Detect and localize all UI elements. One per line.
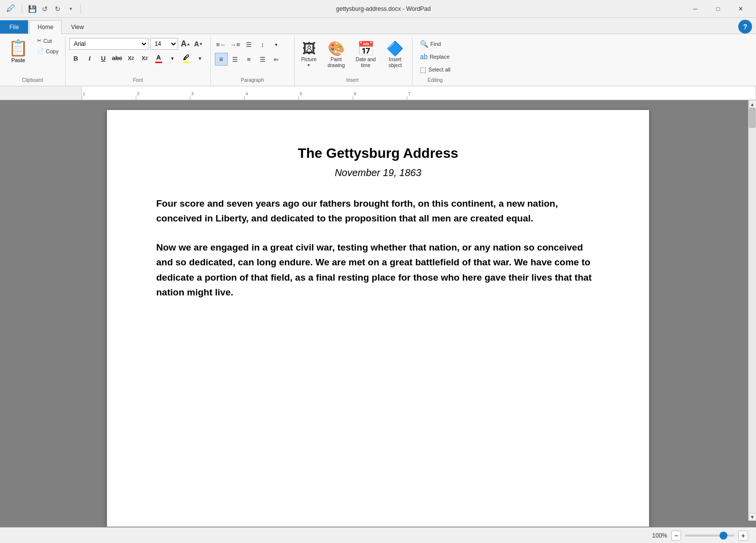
clipboard-group: 📋 Paste ✂ Cut 📄 Copy bbox=[2, 36, 66, 86]
document-scroll[interactable]: The Gettysburg Address November 19, 1863… bbox=[0, 100, 756, 537]
zoom-thumb[interactable] bbox=[720, 532, 727, 540]
help-button[interactable]: ? bbox=[738, 20, 752, 34]
insert-group: 🖼 Picture ▾ 🎨 Paintdrawing 📅 Date andtim… bbox=[295, 36, 413, 86]
title-bar: 🖊 💾 ↺ ↻ ▾ gettysburg-address.docx - Word… bbox=[0, 0, 756, 18]
zoom-slider[interactable] bbox=[685, 535, 734, 537]
ribbon: File Home View ? 📋 Paste ✂ Cut bbox=[0, 18, 756, 86]
datetime-button[interactable]: 📅 Date andtime bbox=[351, 38, 380, 71]
font-label-row: Font bbox=[69, 75, 206, 84]
picture-dropdown[interactable]: ▾ bbox=[308, 63, 310, 68]
font-size-select[interactable]: 14 10 12 16 18 bbox=[150, 38, 178, 50]
bold-button[interactable]: B bbox=[69, 52, 82, 65]
paste-button[interactable]: 📋 Paste bbox=[4, 36, 33, 66]
underline-button[interactable]: U bbox=[97, 52, 110, 65]
document-paragraph-1[interactable]: Four score and seven years ago our fathe… bbox=[156, 196, 600, 226]
copy-button[interactable]: 📄 Copy bbox=[34, 46, 61, 56]
cut-icon: ✂ bbox=[37, 37, 41, 44]
quick-access-toolbar: 🖊 💾 ↺ ↻ ▾ bbox=[4, 2, 83, 16]
replace-button[interactable]: ab Replace bbox=[416, 51, 454, 63]
font-size-buttons: A▲ A▼ bbox=[180, 38, 205, 50]
tab-home[interactable]: Home bbox=[29, 20, 62, 34]
highlight-dropdown[interactable]: ▾ bbox=[194, 52, 206, 65]
find-icon: 🔍 bbox=[420, 40, 428, 48]
document-title: The Gettysburg Address bbox=[156, 145, 600, 161]
picture-label: Picture bbox=[301, 57, 316, 63]
close-button[interactable]: ✕ bbox=[729, 0, 752, 18]
select-all-icon: ⬚ bbox=[420, 66, 426, 73]
align-center-button[interactable]: ☰ bbox=[229, 53, 241, 66]
svg-text:1: 1 bbox=[83, 91, 85, 96]
paint-button[interactable]: 🎨 Paintdrawing bbox=[323, 38, 349, 71]
para-row1: ≡← →≡ ☰ ↕ ▾ bbox=[215, 38, 290, 51]
font-grow-button[interactable]: A▲ bbox=[180, 38, 192, 50]
font-shrink-button[interactable]: A▼ bbox=[193, 38, 205, 50]
scroll-up-arrow[interactable]: ▲ bbox=[749, 100, 756, 108]
insert-object-button[interactable]: 🔷 Insertobject bbox=[382, 38, 408, 71]
cut-button[interactable]: ✂ Cut bbox=[34, 36, 61, 45]
zoom-in-button[interactable]: + bbox=[738, 531, 748, 541]
editing-group-label: Editing bbox=[428, 76, 443, 84]
quick-access-buttons: 💾 ↺ ↻ ▾ bbox=[26, 3, 76, 15]
document-paragraph-2[interactable]: Now we are engaged in a great civil war,… bbox=[156, 240, 600, 300]
vertical-scrollbar[interactable]: ▲ ▼ bbox=[748, 100, 756, 521]
insert-label-row: Insert bbox=[297, 75, 409, 84]
font-color-button[interactable]: A bbox=[152, 52, 165, 65]
picture-button[interactable]: 🖼 Picture ▾ bbox=[297, 38, 321, 70]
strikethrough-button[interactable]: abc bbox=[111, 52, 124, 65]
quick-access-dropdown[interactable]: ▾ bbox=[65, 3, 76, 15]
increase-indent-button[interactable]: →≡ bbox=[229, 38, 241, 51]
editing-label-row: Editing bbox=[416, 75, 454, 84]
para-group-label: Paragraph bbox=[241, 76, 264, 84]
rtl-button[interactable]: ⇐ bbox=[270, 53, 283, 66]
bullets-button[interactable]: ☰ bbox=[242, 38, 255, 51]
find-button[interactable]: 🔍 Find bbox=[416, 38, 454, 50]
ruler-svg: 1 2 3 4 5 6 7 bbox=[82, 86, 756, 100]
svg-text:5: 5 bbox=[300, 91, 302, 96]
redo-button[interactable]: ↻ bbox=[52, 3, 64, 15]
select-all-button[interactable]: ⬚ Select all bbox=[416, 64, 454, 75]
line-spacing-dropdown[interactable]: ▾ bbox=[270, 38, 283, 51]
scroll-down-arrow[interactable]: ▼ bbox=[749, 513, 756, 521]
align-left-button[interactable]: ≡ bbox=[215, 53, 228, 66]
datetime-label: Date andtime bbox=[356, 57, 376, 69]
document-area: The Gettysburg Address November 19, 1863… bbox=[0, 100, 756, 537]
font-row1: Arial Times New Roman Courier New 14 10 … bbox=[69, 38, 206, 50]
align-right-button[interactable]: ≡ bbox=[242, 53, 255, 66]
insert-object-label: Insertobject bbox=[388, 57, 402, 69]
font-row2: B I U abc X2 X2 A ▾ 🖊 ▾ bbox=[69, 52, 206, 65]
tab-view[interactable]: View bbox=[63, 20, 92, 34]
para-row2: ≡ ☰ ≡ ☰ ⇐ bbox=[215, 53, 290, 66]
editing-buttons: 🔍 Find ab Replace ⬚ Select all bbox=[416, 38, 454, 75]
highlight-bar bbox=[183, 62, 190, 63]
font-color-bar bbox=[155, 62, 162, 63]
italic-button[interactable]: I bbox=[83, 52, 96, 65]
superscript-button[interactable]: X2 bbox=[138, 52, 151, 65]
ruler-inner: 1 2 3 4 5 6 7 bbox=[81, 86, 756, 100]
svg-text:6: 6 bbox=[354, 91, 356, 96]
minimize-button[interactable]: ─ bbox=[684, 0, 707, 18]
paste-label: Paste bbox=[11, 57, 25, 63]
window-controls: ─ □ ✕ bbox=[684, 0, 752, 18]
font-family-select[interactable]: Arial Times New Roman Courier New bbox=[69, 38, 148, 50]
maximize-button[interactable]: □ bbox=[707, 0, 729, 18]
subscript-button[interactable]: X2 bbox=[125, 52, 137, 65]
decrease-indent-button[interactable]: ≡← bbox=[215, 38, 228, 51]
font-group: Arial Times New Roman Courier New 14 10 … bbox=[66, 36, 211, 86]
picture-icon: 🖼 bbox=[302, 40, 316, 57]
font-color-dropdown[interactable]: ▾ bbox=[166, 52, 179, 65]
ribbon-groups: 📋 Paste ✂ Cut 📄 Copy bbox=[2, 36, 754, 86]
highlight-button[interactable]: 🖊 bbox=[180, 52, 193, 65]
zoom-out-button[interactable]: − bbox=[671, 531, 681, 541]
line-spacing-button[interactable]: ↕ bbox=[256, 38, 269, 51]
justify-button[interactable]: ☰ bbox=[256, 53, 269, 66]
scroll-thumb[interactable] bbox=[749, 108, 756, 128]
undo-button[interactable]: ↺ bbox=[39, 3, 51, 15]
scroll-track[interactable] bbox=[749, 108, 756, 513]
clipboard-label-row: Clipboard bbox=[4, 75, 61, 84]
save-quick-button[interactable]: 💾 bbox=[26, 3, 38, 15]
insert-group-label: Insert bbox=[346, 76, 358, 84]
paint-icon: 🎨 bbox=[328, 40, 345, 57]
ribbon-tabs: File Home View ? bbox=[0, 18, 756, 34]
tab-file[interactable]: File bbox=[0, 20, 28, 34]
highlight-icon: 🖊 bbox=[183, 54, 189, 61]
